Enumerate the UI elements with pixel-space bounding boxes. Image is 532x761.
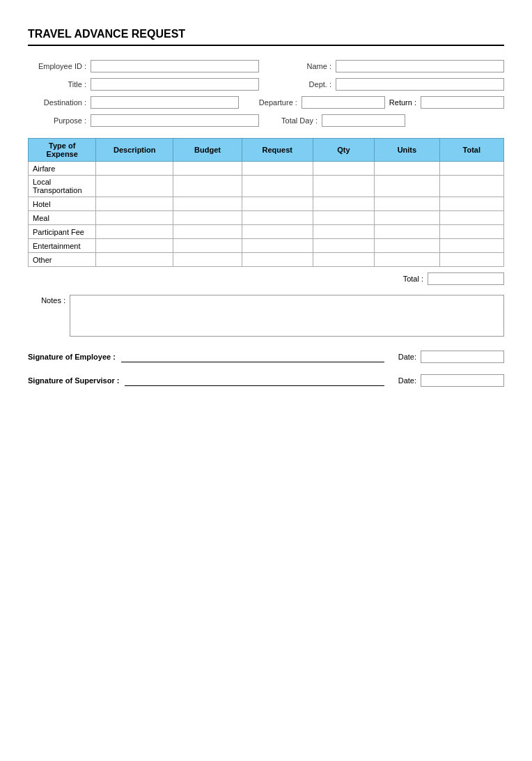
expense-budget-cell[interactable] — [173, 176, 242, 197]
expense-total-cell[interactable] — [439, 176, 503, 197]
expense-total-cell[interactable] — [439, 239, 503, 253]
destination-input[interactable] — [91, 96, 239, 109]
expense-total-input[interactable] — [444, 199, 499, 208]
expense-description-cell[interactable] — [96, 197, 173, 211]
total-input[interactable] — [428, 272, 504, 285]
notes-textarea[interactable] — [70, 295, 504, 337]
expense-description-input[interactable] — [100, 213, 169, 222]
expense-units-cell[interactable] — [375, 197, 439, 211]
expense-budget-cell[interactable] — [173, 162, 242, 176]
expense-units-input[interactable] — [379, 227, 435, 236]
expense-total-cell[interactable] — [439, 197, 503, 211]
expense-qty-input[interactable] — [318, 241, 370, 250]
expense-budget-cell[interactable] — [173, 253, 242, 267]
expense-request-cell[interactable] — [242, 197, 313, 211]
expense-qty-cell[interactable] — [313, 197, 375, 211]
expense-budget-cell[interactable] — [173, 197, 242, 211]
expense-description-cell[interactable] — [96, 162, 173, 176]
expense-budget-input[interactable] — [178, 241, 237, 250]
expense-qty-input[interactable] — [318, 199, 370, 208]
expense-units-cell[interactable] — [375, 253, 439, 267]
expense-request-input[interactable] — [247, 241, 308, 250]
expense-units-cell[interactable] — [375, 162, 439, 176]
expense-qty-cell[interactable] — [313, 211, 375, 225]
expense-budget-input[interactable] — [178, 164, 237, 173]
dept-input[interactable] — [336, 78, 504, 91]
expense-units-cell[interactable] — [375, 176, 439, 197]
expense-units-input[interactable] — [379, 164, 435, 173]
total-day-input[interactable] — [322, 114, 405, 127]
expense-units-input[interactable] — [379, 241, 435, 250]
expense-units-input[interactable] — [379, 255, 435, 264]
expense-units-cell[interactable] — [375, 211, 439, 225]
expense-description-input[interactable] — [100, 255, 169, 264]
supervisor-date-input[interactable] — [421, 374, 504, 387]
expense-description-cell[interactable] — [96, 176, 173, 197]
expense-total-input[interactable] — [444, 213, 499, 222]
departure-return-group: Departure : Return : — [253, 96, 504, 109]
expense-budget-input[interactable] — [178, 213, 237, 222]
expense-budget-cell[interactable] — [173, 239, 242, 253]
expense-request-cell[interactable] — [242, 211, 313, 225]
expense-budget-input[interactable] — [178, 227, 237, 236]
employee-id-input[interactable] — [91, 60, 259, 72]
expense-description-input[interactable] — [100, 241, 169, 250]
expense-request-cell[interactable] — [242, 239, 313, 253]
expense-budget-input[interactable] — [178, 255, 237, 264]
expense-total-input[interactable] — [444, 178, 499, 194]
expense-units-input[interactable] — [379, 178, 435, 194]
expense-description-cell[interactable] — [96, 225, 173, 239]
expense-qty-input[interactable] — [318, 213, 370, 222]
expense-request-input[interactable] — [247, 199, 308, 208]
expense-request-input[interactable] — [247, 255, 308, 264]
expense-total-cell[interactable] — [439, 211, 503, 225]
expense-request-input[interactable] — [247, 164, 308, 173]
expense-units-input[interactable] — [379, 213, 435, 222]
expense-budget-cell[interactable] — [173, 225, 242, 239]
expense-total-cell[interactable] — [439, 225, 503, 239]
expense-qty-input[interactable] — [318, 164, 370, 173]
expense-qty-input[interactable] — [318, 178, 370, 194]
expense-request-cell[interactable] — [242, 176, 313, 197]
expense-qty-cell[interactable] — [313, 239, 375, 253]
expense-total-input[interactable] — [444, 255, 499, 264]
expense-units-cell[interactable] — [375, 225, 439, 239]
expense-description-cell[interactable] — [96, 211, 173, 225]
name-input[interactable] — [336, 60, 504, 72]
expense-description-input[interactable] — [100, 164, 169, 173]
expense-description-input[interactable] — [100, 178, 169, 194]
expense-total-input[interactable] — [444, 227, 499, 236]
expense-description-input[interactable] — [100, 199, 169, 208]
expense-request-cell[interactable] — [242, 253, 313, 267]
expense-request-input[interactable] — [247, 178, 308, 194]
expense-qty-input[interactable] — [318, 227, 370, 236]
expense-description-cell[interactable] — [96, 253, 173, 267]
expense-request-cell[interactable] — [242, 162, 313, 176]
expense-budget-input[interactable] — [178, 199, 237, 208]
expense-qty-cell[interactable] — [313, 176, 375, 197]
employee-id-label: Employee ID : — [28, 62, 91, 70]
expense-qty-cell[interactable] — [313, 253, 375, 267]
expense-total-input[interactable] — [444, 164, 499, 173]
expense-units-input[interactable] — [379, 199, 435, 208]
expense-budget-input[interactable] — [178, 178, 237, 194]
expense-budget-cell[interactable] — [173, 211, 242, 225]
expense-request-input[interactable] — [247, 213, 308, 222]
expense-total-cell[interactable] — [439, 253, 503, 267]
departure-input[interactable] — [302, 96, 385, 109]
expense-description-input[interactable] — [100, 227, 169, 236]
page-title: TRAVEL ADVANCE REQUEST — [28, 28, 504, 46]
expense-units-cell[interactable] — [375, 239, 439, 253]
expense-request-input[interactable] — [247, 227, 308, 236]
expense-total-input[interactable] — [444, 241, 499, 250]
expense-total-cell[interactable] — [439, 162, 503, 176]
purpose-input[interactable] — [91, 114, 259, 127]
expense-qty-cell[interactable] — [313, 162, 375, 176]
title-input[interactable] — [91, 78, 259, 91]
return-input[interactable] — [421, 96, 504, 109]
expense-description-cell[interactable] — [96, 239, 173, 253]
expense-qty-input[interactable] — [318, 255, 370, 264]
expense-request-cell[interactable] — [242, 225, 313, 239]
employee-date-input[interactable] — [421, 351, 504, 363]
expense-qty-cell[interactable] — [313, 225, 375, 239]
